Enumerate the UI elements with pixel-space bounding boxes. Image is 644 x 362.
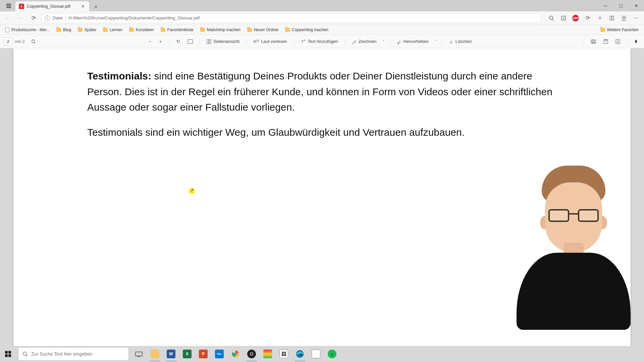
- svg-rect-22: [604, 40, 608, 44]
- svg-rect-1: [6, 5, 11, 6]
- term-definition: sind eine Bestätigung Deines Produkts od…: [87, 70, 552, 113]
- excel-taskbar-icon[interactable]: X: [179, 346, 195, 362]
- file-explorer-taskbar-icon[interactable]: [147, 346, 163, 362]
- svg-point-9: [623, 16, 625, 18]
- pin-toolbar-button[interactable]: [631, 38, 641, 45]
- browser-tab[interactable]: A Copywriting_Glossar.pdf ✕: [15, 1, 89, 11]
- start-button[interactable]: [0, 346, 16, 362]
- abp-extension-icon[interactable]: ABP: [570, 13, 581, 23]
- fit-page-button[interactable]: [185, 38, 196, 45]
- folder-icon: [129, 28, 134, 32]
- obs-taskbar-icon[interactable]: [244, 346, 260, 362]
- profile-button[interactable]: [619, 13, 629, 23]
- erase-label: Löschen: [455, 39, 472, 44]
- taskbar-search-input[interactable]: [31, 351, 124, 357]
- collections-button[interactable]: [606, 13, 617, 23]
- folder-icon: [78, 28, 83, 32]
- site-info-icon[interactable]: i: [45, 15, 50, 21]
- bookmark-label: Kursideen: [136, 27, 154, 32]
- page-icon: [5, 27, 9, 32]
- svg-rect-19: [592, 40, 595, 41]
- zoom-out-button[interactable]: −: [146, 38, 154, 45]
- page-number-input[interactable]: [3, 38, 13, 46]
- folder-icon: [285, 28, 290, 32]
- app2-taskbar-icon[interactable]: 🖼: [276, 346, 292, 362]
- address-url: H:/Mein%20Kurse/Copywriting/Dokumente/Co…: [68, 15, 538, 20]
- rotate-button[interactable]: ↻: [174, 38, 183, 45]
- svg-rect-14: [209, 40, 211, 44]
- bookmark-item[interactable]: Favoritenleiste: [158, 26, 196, 34]
- window-minimize-button[interactable]: —: [598, 0, 613, 11]
- nav-forward-button[interactable]: →: [15, 13, 26, 23]
- svg-rect-7: [612, 16, 614, 20]
- bookmark-item[interactable]: Kursideen: [126, 26, 157, 34]
- svg-point-10: [32, 40, 35, 43]
- refresh-extension-icon[interactable]: ⟳: [582, 13, 593, 23]
- bookmark-item[interactable]: Lernen: [100, 26, 125, 34]
- highlight-button[interactable]: Hervorheben: [394, 38, 431, 45]
- notepad-taskbar-icon[interactable]: [308, 346, 324, 362]
- draw-button[interactable]: Zeichnen: [349, 38, 379, 45]
- reload-button[interactable]: ⟳: [28, 13, 39, 23]
- svg-rect-27: [136, 352, 142, 356]
- pdf-favicon: A: [19, 4, 24, 9]
- taskbar-search[interactable]: [18, 347, 129, 361]
- app-taskbar-icon[interactable]: [260, 346, 276, 362]
- print-button[interactable]: [588, 38, 599, 45]
- enter-address-icon[interactable]: [558, 13, 569, 23]
- window-maximize-button[interactable]: ▢: [613, 0, 629, 11]
- window-close-button[interactable]: ✕: [629, 0, 644, 11]
- zoom-in-button[interactable]: ＋: [156, 37, 165, 46]
- svg-point-25: [23, 352, 26, 355]
- svg-rect-12: [188, 40, 193, 44]
- draw-dropdown[interactable]: ˅: [381, 40, 386, 43]
- find-button[interactable]: [29, 38, 39, 45]
- bookmark-label: Copywriting machen: [292, 27, 328, 32]
- add-text-button[interactable]: TText hinzufügen: [298, 38, 341, 45]
- bookmark-item[interactable]: Blog: [54, 26, 74, 34]
- bookmark-label: Später: [85, 27, 96, 32]
- edge-taskbar-icon[interactable]: [292, 346, 308, 362]
- draw-label: Zeichnen: [359, 39, 376, 44]
- svg-rect-5: [561, 16, 566, 20]
- favorites-button[interactable]: ✧: [594, 13, 605, 23]
- svg-line-11: [35, 42, 36, 44]
- save-as-button[interactable]: [613, 38, 623, 45]
- paragraph-2: Testimonials sind ein wichtiger Weg, um …: [87, 125, 557, 140]
- page-view-button[interactable]: Seitenansicht: [204, 38, 242, 45]
- bookmark-label: Mailchimp machen: [207, 27, 240, 32]
- highlight-dropdown[interactable]: ˅: [433, 40, 438, 43]
- bookmark-item[interactable]: Produktsuche - Mer...: [3, 26, 52, 34]
- pdf-toolbar: von 2 − ＋ ↻ Seitenansicht A)))Laut vorle…: [0, 35, 644, 48]
- cursor-highlight: [188, 187, 196, 195]
- bookmark-item[interactable]: Später: [75, 26, 99, 34]
- pdf-viewport[interactable]: Testimonials: sind eine Bestätigung Dein…: [0, 48, 644, 346]
- folder-icon: [200, 28, 205, 32]
- save-button[interactable]: [601, 38, 611, 45]
- powerpoint-taskbar-icon[interactable]: P: [195, 346, 211, 362]
- settings-menu-button[interactable]: ⋯: [631, 13, 641, 23]
- task-view-button[interactable]: [131, 346, 147, 362]
- erase-button[interactable]: Löschen: [446, 38, 475, 45]
- bookmarks-overflow[interactable]: Weitere Favoriten: [598, 26, 641, 34]
- address-bar[interactable]: i Datei H:/Mein%20Kurse/Copywriting/Doku…: [41, 13, 541, 23]
- spotify-taskbar-icon[interactable]: ♪: [324, 346, 340, 362]
- bookmark-item[interactable]: Copywriting machen: [282, 26, 331, 34]
- tab-actions-button[interactable]: [2, 0, 15, 11]
- zoom-indicator-icon[interactable]: [546, 13, 557, 23]
- bookmark-item[interactable]: Neuer Ordner: [245, 26, 281, 34]
- chrome-taskbar-icon[interactable]: [227, 346, 244, 362]
- bookmark-item[interactable]: Mailchimp machen: [198, 26, 243, 34]
- new-tab-button[interactable]: ＋: [91, 2, 101, 11]
- address-bar-row: ← → ⟳ i Datei H:/Mein%20Kurse/Copywritin…: [0, 11, 644, 25]
- pdf-page: Testimonials: sind eine Bestätigung Dein…: [13, 48, 631, 346]
- read-aloud-button[interactable]: A)))Laut vorlesen: [251, 38, 290, 45]
- windows-taskbar: W X P ✉8 🖼 ♪: [0, 346, 644, 362]
- close-tab-button[interactable]: ✕: [80, 3, 86, 9]
- highlight-label: Hervorheben: [404, 39, 429, 44]
- folder-icon: [103, 28, 108, 32]
- mail-taskbar-icon[interactable]: ✉8: [211, 346, 227, 362]
- folder-icon: [247, 28, 252, 32]
- word-taskbar-icon[interactable]: W: [163, 346, 179, 362]
- nav-back-button[interactable]: ←: [3, 13, 13, 23]
